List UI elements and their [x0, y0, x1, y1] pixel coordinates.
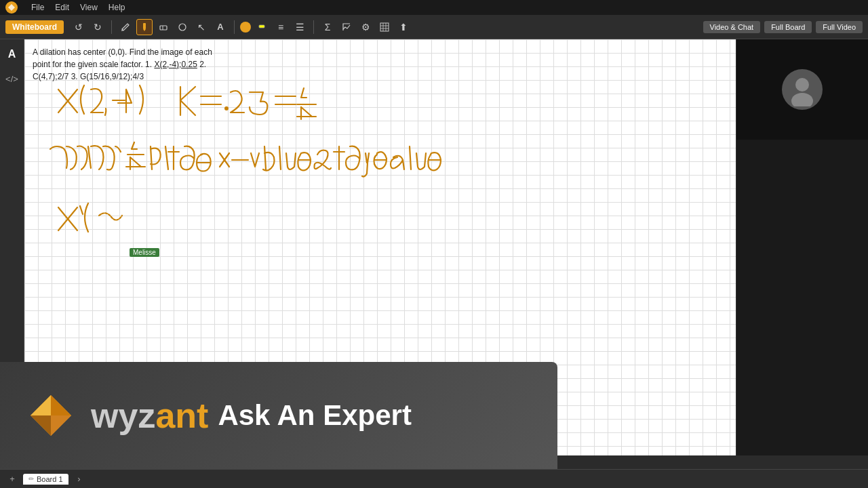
menu-bar: File Edit View Help: [0, 0, 868, 15]
marker-tool[interactable]: [136, 19, 153, 35]
svg-line-13: [58, 89, 77, 113]
toolbar-separator-1: [111, 20, 112, 34]
svg-point-44: [791, 93, 813, 106]
math-content: .hw { fill: none; stroke: #c8820a; strok…: [38, 73, 526, 272]
toolbar-separator-2: [234, 20, 235, 34]
wyzant-logo: [27, 392, 75, 439]
text-tool[interactable]: A: [212, 19, 229, 35]
svg-line-42: [80, 206, 83, 214]
wyzant-brand-name: wyzant: [91, 398, 208, 433]
menu-file[interactable]: File: [31, 3, 44, 12]
board-pencil-icon: ✏: [28, 475, 34, 483]
full-video-button[interactable]: Full Video: [816, 21, 863, 33]
svg-marker-2: [143, 29, 146, 31]
grid-tool[interactable]: [376, 19, 393, 35]
menu-edit[interactable]: Edit: [55, 3, 69, 12]
pencil-tool[interactable]: [117, 19, 134, 35]
full-board-button[interactable]: Full Board: [764, 21, 812, 33]
svg-point-43: [795, 78, 809, 92]
svg-point-5: [179, 24, 186, 30]
whiteboard-button[interactable]: Whiteboard: [5, 20, 64, 34]
svg-rect-7: [380, 23, 389, 31]
upload-tool[interactable]: ⬆: [395, 19, 412, 35]
toolbar-separator-3: [313, 20, 314, 34]
sigma-tool[interactable]: Σ: [319, 19, 336, 35]
wyzant-brand-row: wyzant Ask An Expert: [91, 398, 412, 433]
undo-button[interactable]: ↺: [71, 19, 87, 35]
menu-help[interactable]: Help: [108, 3, 125, 12]
toolbar: Whiteboard ↺ ↻ ↖ A ≡ ☰ Σ ⚙ ⬆ Video & Cha…: [0, 15, 868, 39]
svg-marker-49: [51, 415, 71, 436]
settings-tool[interactable]: ⚙: [357, 19, 374, 35]
svg-line-36: [279, 146, 281, 169]
svg-line-17: [180, 100, 195, 115]
highlighter-tool[interactable]: [254, 19, 270, 35]
svg-line-39: [410, 146, 411, 169]
svg-marker-46: [51, 395, 71, 415]
svg-line-33: [220, 153, 229, 167]
avatar: [782, 69, 823, 110]
board-tab-label: Board 1: [37, 475, 63, 483]
redo-button[interactable]: ↻: [90, 19, 106, 35]
sidebar-tool-code[interactable]: </>: [3, 69, 22, 88]
svg-line-41: [58, 207, 77, 230]
svg-marker-47: [31, 415, 51, 436]
app-icon: [5, 1, 18, 14]
wyzant-wyz: wyz: [91, 396, 155, 435]
svg-line-12: [58, 89, 77, 113]
svg-line-29: [130, 157, 141, 167]
svg-line-16: [180, 87, 195, 100]
board-1-tab[interactable]: ✏ Board 1: [23, 474, 68, 485]
menu-view[interactable]: View: [80, 3, 98, 12]
problem-text: A dilation has center (0,0). Find the im…: [33, 46, 212, 83]
lines2-tool[interactable]: ☰: [292, 19, 308, 35]
wyzant-banner: wyzant Ask An Expert: [0, 362, 557, 469]
svg-marker-48: [31, 395, 51, 415]
svg-rect-3: [160, 26, 167, 30]
svg-line-25: [301, 107, 312, 117]
svg-rect-6: [259, 25, 264, 28]
svg-line-40: [58, 207, 77, 230]
add-board-button[interactable]: +: [5, 472, 19, 486]
svg-rect-1: [143, 23, 146, 29]
wyzant-tagline: Ask An Expert: [218, 401, 412, 430]
video-area: [736, 39, 868, 140]
board-arrow-button[interactable]: ›: [73, 472, 86, 486]
cursor-label: Melisse: [130, 248, 159, 257]
right-panel: [736, 39, 868, 455]
select-tool[interactable]: ↖: [193, 19, 210, 35]
sidebar-tool-a[interactable]: A: [3, 45, 22, 64]
eraser-tool[interactable]: [155, 19, 172, 35]
right-buttons: Video & Chat Full Board Full Video: [703, 21, 863, 33]
graph-tool[interactable]: [338, 19, 355, 35]
wyzant-ant: ant: [155, 396, 208, 435]
video-chat-button[interactable]: Video & Chat: [703, 21, 761, 33]
svg-point-20: [224, 106, 229, 110]
color-tool[interactable]: [240, 22, 251, 33]
circle-tool[interactable]: [174, 19, 191, 35]
svg-marker-0: [8, 4, 15, 11]
bottom-bar: + ✏ Board 1 ›: [0, 469, 868, 488]
svg-line-34: [220, 153, 229, 167]
lines-tool[interactable]: ≡: [273, 19, 289, 35]
